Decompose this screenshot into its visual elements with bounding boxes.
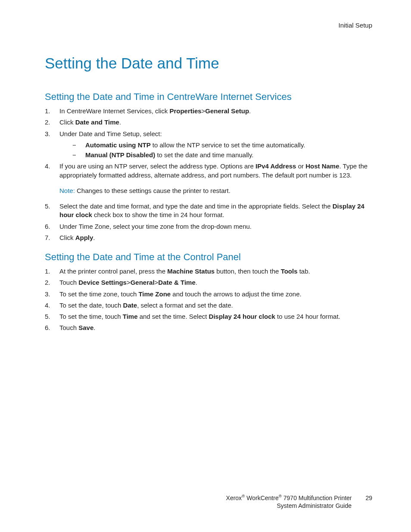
- s2-step1: At the printer control panel, press the …: [45, 267, 372, 276]
- s1-step2: Click Date and Time.: [45, 118, 372, 127]
- s1-step4: If you are using an NTP server, select t…: [45, 162, 372, 195]
- s2-step3: To set the time zone, touch Time Zone an…: [45, 290, 372, 299]
- footer-line2: System Administrator Guide: [39, 502, 372, 510]
- dash-icon: −: [72, 141, 85, 149]
- s1-step7: Click Apply.: [45, 233, 372, 242]
- s1-step5: Select the date and time format, and typ…: [45, 202, 372, 220]
- section2-list: At the printer control panel, press the …: [45, 267, 372, 333]
- s1-step3-sub: − Automatic using NTP to allow the NTP s…: [59, 141, 372, 160]
- s2-step6: Touch Save.: [45, 324, 372, 332]
- header-section: Initial Setup: [45, 22, 372, 29]
- footer: Xerox® WorkCentre® 7970 Multifunction Pr…: [39, 494, 372, 510]
- footer-brand1: Xerox: [226, 495, 242, 501]
- page-title: Setting the Date and Time: [45, 55, 372, 72]
- note-label: Note:: [59, 187, 75, 194]
- section1-heading: Setting the Date and Time in CentreWare …: [45, 91, 372, 103]
- section2-heading: Setting the Date and Time at the Control…: [45, 252, 372, 263]
- s2-step4: To set the date, touch Date, select a fo…: [45, 301, 372, 310]
- footer-model: 7970 Multifunction Printer: [282, 495, 352, 501]
- s1-step1: In CentreWare Internet Services, click P…: [45, 107, 372, 115]
- s2-step2: Touch Device Settings>General>Date & Tim…: [45, 278, 372, 287]
- s2-step5: To set the time, touch Time and set the …: [45, 312, 372, 321]
- note: Note: Changes to these settings cause th…: [59, 187, 372, 195]
- page: Initial Setup Setting the Date and Time …: [0, 0, 411, 532]
- footer-brand2: WorkCentre: [245, 495, 278, 501]
- reg-icon: ®: [279, 494, 282, 498]
- s1-step3: Under Date and Time Setup, select: − Aut…: [45, 130, 372, 160]
- dash-icon: −: [72, 151, 85, 159]
- section1-list: In CentreWare Internet Services, click P…: [45, 107, 372, 242]
- s1-step6: Under Time Zone, select your time zone f…: [45, 222, 372, 231]
- page-number: 29: [365, 494, 372, 502]
